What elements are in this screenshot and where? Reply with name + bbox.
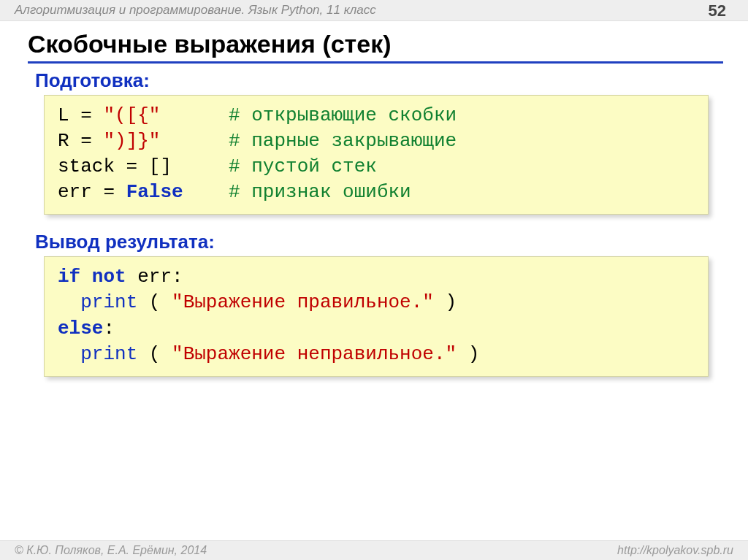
code-pad [160, 130, 229, 152]
code-text: = [92, 181, 126, 203]
code-comment: # парные закрывающие [229, 130, 457, 152]
code-text: = [69, 130, 104, 152]
code-comment: # пустой стек [229, 156, 377, 177]
code-func: print [80, 291, 137, 313]
code-block-preparation: L = "([{" # открывающие скобки R = ")]}"… [44, 95, 709, 215]
code-pad [160, 104, 229, 126]
slide-header: Алгоритмизация и программирование. Язык … [0, 0, 748, 21]
title-underline [28, 61, 723, 64]
code-text: ( [137, 291, 172, 313]
code-func: print [80, 343, 137, 365]
code-text: stack [58, 156, 115, 177]
code-indent [58, 343, 80, 365]
code-comment: # признак ошибки [229, 181, 411, 203]
code-keyword: if not [58, 266, 126, 288]
slide-title: Скобочные выражения (стек) [28, 30, 723, 58]
section-output: Вывод результата: [35, 231, 723, 253]
code-text: = [] [115, 156, 172, 177]
code-string: "([{" [103, 104, 160, 126]
code-text: ) [434, 291, 457, 313]
code-string: "Выражение неправильное." [172, 343, 457, 365]
code-block-output: if not err: print ( "Выражение правильно… [44, 256, 709, 376]
code-text: ( [137, 343, 172, 365]
code-text: : [103, 318, 115, 340]
code-pad [172, 156, 229, 177]
code-string: "Выражение правильное." [172, 291, 434, 313]
code-string: ")]}" [103, 130, 160, 152]
copyright: © К.Ю. Поляков, Е.А. Ерёмин, 2014 [15, 544, 207, 557]
code-text: ) [457, 343, 479, 365]
code-text: = [69, 104, 104, 126]
code-text: err [58, 181, 92, 203]
slide-footer: © К.Ю. Поляков, Е.А. Ерёмин, 2014 http:/… [0, 540, 748, 560]
page-number: 52 [709, 1, 726, 20]
footer-url: http://kpolyakov.spb.ru [617, 544, 733, 557]
code-keyword: else [58, 318, 103, 340]
slide-content: Скобочные выражения (стек) Подготовка: L… [0, 21, 748, 377]
code-text: L [58, 104, 69, 126]
code-text: err: [126, 266, 183, 288]
code-text: R [58, 130, 69, 152]
code-keyword: False [126, 181, 183, 203]
course-title: Алгоритмизация и программирование. Язык … [15, 3, 376, 18]
section-preparation: Подготовка: [35, 69, 723, 92]
code-comment: # открывающие скобки [229, 104, 457, 126]
code-pad [183, 181, 229, 203]
code-indent [58, 291, 80, 313]
